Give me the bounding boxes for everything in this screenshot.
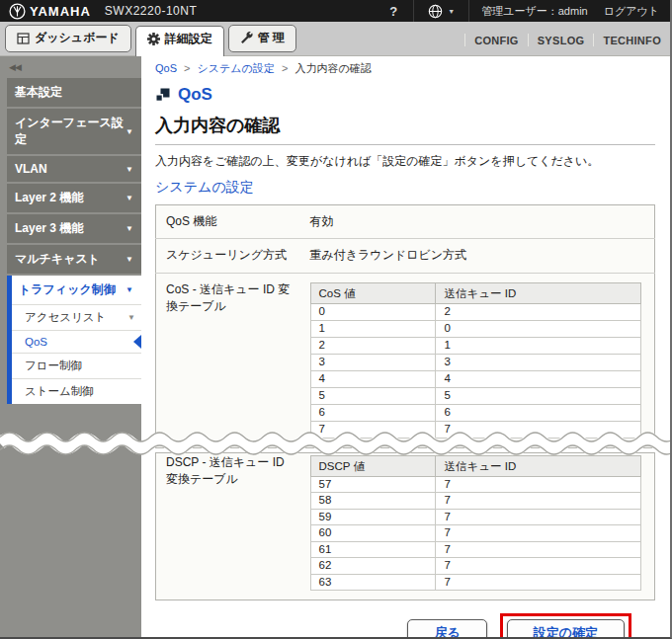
- summary-value: 重み付きラウンドロビン方式: [300, 239, 655, 273]
- table-cell: 1: [310, 320, 436, 337]
- table-row: 33: [310, 354, 640, 370]
- title-divider: [155, 144, 655, 145]
- instruction-text: 入力内容をご確認の上、変更がなければ「設定の確定」ボタンを押してください。: [155, 153, 655, 170]
- dscp-summary-table: DSCP - 送信キュー ID 変換テーブル DSCP 値 送信キュー ID 5…: [155, 452, 655, 601]
- chevron-down-icon: ▼: [126, 224, 133, 233]
- chevron-down-icon: ▼: [126, 165, 133, 174]
- sidebar-item-label: マルチキャスト: [15, 251, 100, 268]
- table-cell: 58: [310, 493, 436, 510]
- syslog-link[interactable]: SYSLOG: [538, 35, 585, 46]
- table-row: スケジューリング方式 重み付きラウンドロビン方式: [156, 239, 655, 273]
- sidebar-item-traffic-control[interactable]: トラフィック制御 ▼: [12, 276, 141, 304]
- system-settings-summary-table: QoS 機能 有効 スケジューリング方式 重み付きラウンドロビン方式 CoS -…: [155, 204, 655, 448]
- back-button[interactable]: 戻る: [407, 619, 486, 639]
- summary-value: DSCP 値 送信キュー ID 577587597607617627637: [300, 452, 655, 600]
- tab-advanced-settings[interactable]: 詳細設定: [135, 26, 224, 56]
- subsection-title: システムの設定: [155, 179, 655, 197]
- section-title: QoS: [178, 85, 212, 105]
- brand-name: YAMAHA: [30, 4, 91, 19]
- sidebar-item-interface-settings[interactable]: インターフェース設定 ▼: [7, 109, 141, 154]
- column-header: 送信キュー ID: [436, 455, 640, 476]
- table-cell: 7: [436, 574, 640, 591]
- device-model: SWX2220-10NT: [105, 4, 197, 18]
- techinfo-link[interactable]: TECHINFO: [603, 35, 661, 46]
- yamaha-logo: YAMAHA: [9, 3, 91, 20]
- main-content: QoS > システムの設定 > 入力内容の確認 QoS 入力内容の確認 入力内容…: [141, 56, 670, 639]
- body-row: ◀◀ 基本設定 インターフェース設定 ▼ VLAN ▼ Layer 2 機能 ▼…: [0, 56, 670, 639]
- breadcrumb-separator: >: [282, 62, 288, 74]
- sidebar-item-label: QoS: [25, 336, 47, 348]
- help-button[interactable]: ?: [374, 4, 413, 19]
- summary-label: QoS 機能: [156, 205, 300, 239]
- confirm-settings-button[interactable]: 設定の確定: [507, 619, 625, 639]
- table-cell: 5: [310, 387, 436, 404]
- tab-management[interactable]: 管 理: [228, 25, 296, 52]
- table-cell: 7: [310, 421, 436, 438]
- gear-icon: [147, 33, 160, 45]
- summary-value: 有効: [300, 205, 655, 239]
- summary-label: CoS - 送信キュー ID 変換テーブル: [156, 273, 300, 447]
- admin-user-label: 管理ユーザー：admin: [469, 4, 597, 19]
- table-row: 77: [310, 421, 640, 438]
- table-row: 637: [310, 574, 640, 591]
- sidebar-item-multicast[interactable]: マルチキャスト ▼: [7, 245, 141, 274]
- table-row: 587: [310, 493, 640, 510]
- summary-value: CoS 値 送信キュー ID 0210213344556677: [300, 273, 655, 447]
- table-header-row: DSCP 値 送信キュー ID: [310, 455, 640, 476]
- section-header: QoS: [155, 85, 655, 105]
- sidebar-item-label: Layer 2 機能: [15, 190, 83, 206]
- qos-section-icon: [155, 88, 170, 103]
- table-row: 577: [310, 476, 640, 493]
- sidebar-item-access-list[interactable]: アクセスリスト ▼: [12, 304, 141, 330]
- dashboard-icon: [17, 33, 30, 44]
- table-row: 627: [310, 558, 640, 575]
- page-title: 入力内容の確認: [155, 114, 655, 137]
- table-row: CoS - 送信キュー ID 変換テーブル CoS 値 送信キュー ID 021…: [156, 273, 655, 447]
- table-row: 21: [310, 337, 640, 354]
- table-cell: 7: [436, 558, 640, 575]
- config-link[interactable]: CONFIG: [474, 35, 519, 46]
- table-cell: 62: [310, 558, 436, 575]
- sidebar-item-layer2[interactable]: Layer 2 機能 ▼: [7, 184, 141, 212]
- table-cell: 4: [436, 370, 640, 387]
- breadcrumb-separator: >: [184, 62, 190, 74]
- table-row: 607: [310, 525, 640, 542]
- tab-label: 詳細設定: [165, 31, 212, 47]
- link-divider: [593, 34, 594, 46]
- sidebar-collapse-icon[interactable]: ◀◀: [7, 58, 141, 78]
- table-cell: 7: [436, 421, 640, 438]
- tab-label: 管 理: [258, 30, 285, 46]
- table-cell: 1: [436, 337, 640, 354]
- sidebar-item-qos[interactable]: QoS: [12, 330, 141, 353]
- sidebar-item-basic-settings[interactable]: 基本設定: [7, 78, 141, 107]
- table-cell: 3: [436, 354, 640, 370]
- sidebar-item-flow-control[interactable]: フロー制御: [12, 353, 141, 378]
- chevron-down-icon: ▼: [448, 8, 455, 15]
- tab-bar: ダッシュボード 詳細設定 管 理 CONFIG SYSLOG: [0, 22, 670, 56]
- table-cell: 2: [310, 337, 436, 354]
- sidebar-item-vlan[interactable]: VLAN ▼: [7, 156, 141, 182]
- table-row: DSCP - 送信キュー ID 変換テーブル DSCP 値 送信キュー ID 5…: [156, 452, 655, 600]
- sidebar-item-label: フロー制御: [25, 359, 82, 373]
- breadcrumb-link-qos[interactable]: QoS: [155, 62, 177, 74]
- table-cell: 7: [436, 525, 640, 542]
- table-cell: 7: [436, 493, 640, 510]
- logout-button[interactable]: ログアウト: [598, 4, 661, 19]
- sidebar-nav: ◀◀ 基本設定 インターフェース設定 ▼ VLAN ▼ Layer 2 機能 ▼…: [0, 56, 141, 639]
- wrench-icon: [240, 32, 253, 44]
- sidebar-item-label: アクセスリスト: [25, 310, 106, 325]
- table-cell: 2: [436, 303, 640, 320]
- breadcrumb-link-system-settings[interactable]: システムの設定: [198, 62, 275, 74]
- table-cell: 59: [310, 509, 436, 525]
- chevron-down-icon: ▼: [126, 194, 133, 202]
- table-row: QoS 機能 有効: [156, 205, 655, 239]
- app-window: YAMAHA SWX2220-10NT ? ▼ 管理ユーザー：admin ログア…: [0, 0, 672, 639]
- tab-bar-links: CONFIG SYSLOG TECHINFO: [464, 34, 667, 55]
- sidebar-item-storm-control[interactable]: ストーム制御: [12, 378, 141, 404]
- sidebar-item-layer3[interactable]: Layer 3 機能 ▼: [7, 214, 141, 243]
- language-selector[interactable]: ▼: [414, 4, 468, 19]
- summary-label: スケジューリング方式: [156, 239, 300, 273]
- yamaha-tuning-fork-icon: [9, 3, 26, 20]
- sidebar-item-label: ストーム制御: [25, 384, 94, 399]
- tab-dashboard[interactable]: ダッシュボード: [5, 25, 131, 52]
